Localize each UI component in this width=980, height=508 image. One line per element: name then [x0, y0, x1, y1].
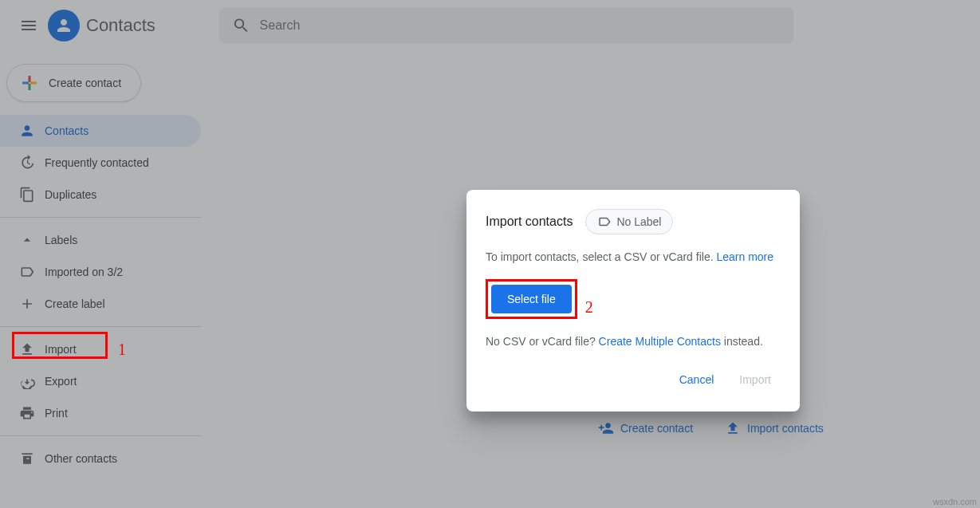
annotation-number-1: 1 [118, 341, 126, 359]
no-label-text: No Label [616, 215, 661, 228]
import-contacts-dialog: Import contacts No Label To import conta… [466, 190, 800, 412]
learn-more-link[interactable]: Learn more [716, 250, 773, 263]
import-button[interactable]: Import [730, 367, 781, 392]
dialog-instruction: To import contacts, select a CSV or vCar… [486, 250, 781, 263]
dialog-title: Import contacts [486, 215, 573, 229]
create-multiple-link[interactable]: Create Multiple Contacts [599, 335, 721, 348]
annotation-box-2: Select file [486, 279, 577, 319]
cancel-button[interactable]: Cancel [670, 367, 724, 392]
annotation-box-1 [12, 332, 108, 359]
no-label-chip[interactable]: No Label [585, 209, 673, 234]
label-outline-icon [597, 215, 612, 229]
dialog-no-csv: No CSV or vCard file? Create Multiple Co… [486, 335, 781, 348]
select-file-button[interactable]: Select file [491, 285, 572, 313]
watermark: wsxdn.com [933, 497, 977, 506]
annotation-number-2: 2 [585, 298, 593, 317]
